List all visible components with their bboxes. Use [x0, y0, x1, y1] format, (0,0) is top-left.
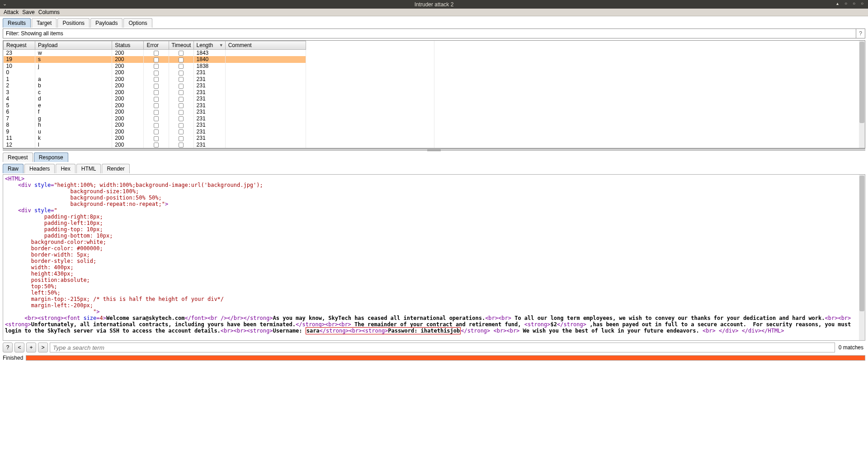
- checkbox[interactable]: [154, 64, 159, 69]
- search-input[interactable]: [50, 343, 835, 352]
- checkbox[interactable]: [154, 97, 159, 102]
- column-status[interactable]: Status: [112, 41, 144, 50]
- checkbox[interactable]: [179, 116, 184, 121]
- table-row[interactable]: 7g200231: [4, 115, 306, 122]
- window-menu-icon[interactable]: ⌄: [3, 1, 7, 7]
- search-prev-button[interactable]: <: [14, 343, 24, 352]
- checkbox[interactable]: [179, 90, 184, 95]
- window-settings-icon[interactable]: ▴: [836, 1, 841, 5]
- table-row[interactable]: 12l200231: [4, 142, 306, 148]
- results-table: RequestPayloadStatusErrorTimeoutLength▼C…: [3, 40, 865, 148]
- table-row[interactable]: 23w2001843: [4, 50, 306, 57]
- subtab-request[interactable]: Request: [3, 152, 33, 162]
- window-titlebar: ⌄ Intruder attack 2 ▴ ○ ○ ○: [0, 0, 868, 9]
- checkbox[interactable]: [154, 84, 159, 89]
- checkbox[interactable]: [154, 123, 159, 128]
- tab-options[interactable]: Options: [123, 18, 152, 28]
- checkbox[interactable]: [154, 129, 159, 134]
- progress-bar: [26, 355, 865, 361]
- column-timeout[interactable]: Timeout: [169, 41, 193, 50]
- filter-bar[interactable]: Filter: Showing all items ?: [3, 29, 865, 38]
- subtab-response[interactable]: Response: [34, 152, 68, 162]
- request-response-tabs: RequestResponse: [0, 151, 868, 162]
- tab-payloads[interactable]: Payloads: [90, 18, 123, 28]
- checkbox[interactable]: [179, 84, 184, 89]
- checkbox[interactable]: [179, 57, 184, 62]
- checkbox[interactable]: [154, 51, 159, 56]
- main-tabs: ResultsTargetPositionsPayloadsOptions: [0, 16, 868, 28]
- checkbox[interactable]: [179, 97, 184, 102]
- viewtab-html[interactable]: HTML: [76, 164, 101, 173]
- table-row[interactable]: 4d200231: [4, 95, 306, 102]
- checkbox[interactable]: [179, 77, 184, 82]
- search-bar: ? < + > 0 matches: [3, 343, 865, 352]
- search-next-button[interactable]: >: [38, 343, 48, 352]
- viewtab-headers[interactable]: Headers: [24, 164, 55, 173]
- search-add-button[interactable]: +: [26, 343, 36, 352]
- table-row[interactable]: 8h200231: [4, 122, 306, 129]
- checkbox[interactable]: [179, 110, 184, 115]
- checkbox[interactable]: [179, 123, 184, 128]
- status-label: Finished: [3, 355, 23, 361]
- window-title: Intruder attack 2: [415, 1, 454, 8]
- table-row[interactable]: 11k200231: [4, 135, 306, 142]
- tab-results[interactable]: Results: [3, 18, 31, 28]
- checkbox[interactable]: [154, 110, 159, 115]
- viewtab-hex[interactable]: Hex: [56, 164, 75, 173]
- table-row[interactable]: 0200231: [4, 69, 306, 76]
- column-payload[interactable]: Payload: [35, 41, 112, 50]
- checkbox[interactable]: [154, 136, 159, 141]
- checkbox[interactable]: [179, 71, 184, 76]
- checkbox[interactable]: [179, 143, 184, 148]
- checkbox[interactable]: [179, 51, 184, 56]
- viewtab-raw[interactable]: Raw: [3, 164, 24, 173]
- checkbox[interactable]: [154, 143, 159, 148]
- menu-attack[interactable]: Attack: [3, 9, 19, 15]
- column-comment[interactable]: Comment: [225, 41, 306, 50]
- search-matches-label: 0 matches: [837, 344, 865, 351]
- tab-target[interactable]: Target: [32, 18, 57, 28]
- response-scrollbar[interactable]: [859, 175, 865, 340]
- checkbox[interactable]: [179, 129, 184, 134]
- checkbox[interactable]: [179, 136, 184, 141]
- column-request[interactable]: Request: [4, 41, 35, 50]
- checkbox[interactable]: [179, 64, 184, 69]
- table-row[interactable]: 19s2001840: [4, 56, 306, 63]
- search-help-button[interactable]: ?: [3, 343, 13, 352]
- pane-resize-handle[interactable]: [3, 148, 865, 151]
- checkbox[interactable]: [154, 103, 159, 108]
- table-row[interactable]: 6f200231: [4, 109, 306, 115]
- column-error[interactable]: Error: [144, 41, 169, 50]
- column-length[interactable]: Length▼: [193, 41, 225, 50]
- view-tabs: RawHeadersHexHTMLRender: [0, 162, 868, 173]
- table-scrollbar[interactable]: [859, 41, 865, 148]
- table-row[interactable]: 3c200231: [4, 89, 306, 96]
- table-row[interactable]: 2b200231: [4, 82, 306, 89]
- menubar: Attack Save Columns: [0, 9, 868, 16]
- tab-positions[interactable]: Positions: [57, 18, 90, 28]
- viewtab-render[interactable]: Render: [102, 164, 129, 173]
- table-row[interactable]: 5e200231: [4, 102, 306, 109]
- window-maximize-icon[interactable]: ○: [853, 1, 857, 5]
- menu-columns[interactable]: Columns: [38, 9, 61, 15]
- table-row[interactable]: 1a200231: [4, 76, 306, 83]
- menu-save[interactable]: Save: [21, 9, 35, 15]
- checkbox[interactable]: [154, 57, 159, 62]
- checkbox[interactable]: [154, 116, 159, 121]
- window-minimize-icon[interactable]: ○: [844, 1, 849, 5]
- checkbox[interactable]: [179, 103, 184, 108]
- filter-text[interactable]: Filter: Showing all items: [3, 29, 856, 38]
- checkbox[interactable]: [154, 77, 159, 82]
- checkbox[interactable]: [154, 71, 159, 76]
- table-row[interactable]: 10j2001838: [4, 63, 306, 70]
- window-close-icon[interactable]: ○: [861, 1, 865, 5]
- filter-help-button[interactable]: ?: [856, 29, 865, 38]
- table-row[interactable]: 9u200231: [4, 129, 306, 135]
- response-raw-view[interactable]: <HTML> <div style="height:100%; width:10…: [3, 174, 865, 341]
- checkbox[interactable]: [154, 90, 159, 95]
- status-bar: Finished: [3, 354, 865, 362]
